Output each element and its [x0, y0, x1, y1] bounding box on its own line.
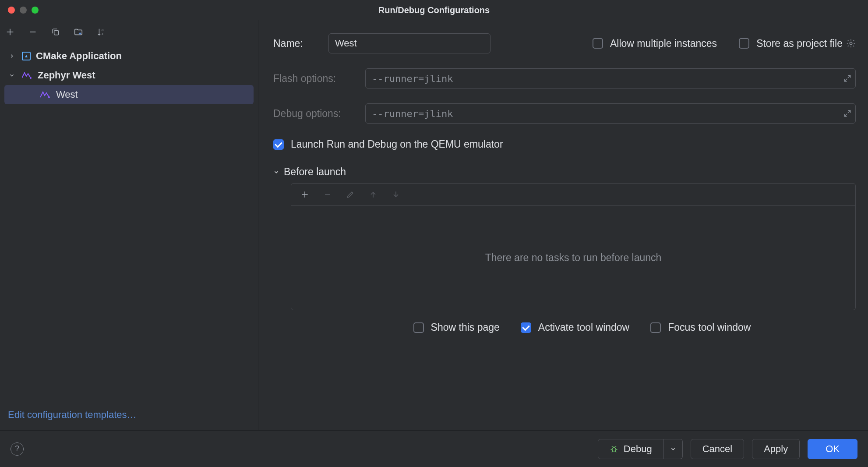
name-input[interactable] [328, 33, 490, 53]
remove-icon[interactable] [27, 26, 39, 38]
help-icon[interactable]: ? [11, 442, 24, 456]
window-maximize-button[interactable] [32, 7, 39, 14]
flash-options-label: Flash options: [273, 73, 365, 85]
svg-rect-0 [54, 31, 59, 35]
activate-tool-checkbox[interactable]: Activate tool window [521, 322, 629, 333]
folder-icon[interactable] [73, 26, 84, 38]
sidebar: az CMake Application [0, 20, 258, 430]
tree-node-zephyr[interactable]: Zephyr West [0, 66, 258, 85]
expand-icon[interactable] [843, 110, 851, 117]
tree-label: West [56, 89, 78, 100]
svg-text:a: a [102, 28, 104, 32]
expand-icon[interactable] [843, 74, 851, 82]
window-title: Run/Debug Configurations [0, 5, 868, 15]
cancel-button[interactable]: Cancel [691, 439, 744, 459]
debug-options-label: Debug options: [273, 108, 365, 120]
debug-options-input[interactable] [365, 103, 856, 124]
chevron-down-icon [273, 166, 279, 178]
bug-icon [610, 445, 618, 453]
tree-node-west[interactable]: West [4, 85, 254, 104]
chevron-right-icon [9, 53, 17, 59]
svg-text:z: z [102, 32, 103, 36]
svg-point-6 [612, 447, 616, 451]
checkbox-label: Allow multiple instances [610, 38, 717, 50]
titlebar: Run/Debug Configurations [0, 0, 868, 20]
config-tree: CMake Application Zephyr West [0, 44, 258, 400]
checkbox-icon [521, 322, 531, 333]
checkbox-icon [273, 139, 284, 150]
checkbox-label: Launch Run and Debug on the QEMU emulato… [291, 138, 503, 150]
sort-icon[interactable]: az [95, 26, 107, 38]
debug-button-group: Debug [598, 439, 683, 459]
gear-icon[interactable] [846, 39, 856, 48]
sidebar-toolbar: az [0, 20, 258, 44]
ok-button[interactable]: OK [808, 439, 857, 459]
name-label: Name: [273, 38, 328, 50]
before-launch-empty: There are no tasks to run before launch [291, 206, 855, 310]
tree-label: Zephyr West [38, 70, 95, 81]
chevron-down-icon [9, 72, 17, 78]
focus-tool-checkbox[interactable]: Focus tool window [650, 322, 751, 333]
copy-icon[interactable] [50, 26, 61, 38]
checkbox-label: Show this page [431, 322, 500, 333]
before-launch-header[interactable]: Before launch [273, 166, 856, 178]
svg-point-4 [48, 96, 50, 98]
tree-node-cmake[interactable]: CMake Application [0, 46, 258, 66]
remove-icon [322, 189, 333, 200]
svg-point-5 [850, 42, 852, 45]
cmake-icon [22, 52, 31, 60]
add-icon[interactable] [299, 189, 311, 200]
store-project-checkbox[interactable]: Store as project file [739, 38, 843, 50]
qemu-checkbox[interactable]: Launch Run and Debug on the QEMU emulato… [273, 138, 503, 150]
add-icon[interactable] [4, 26, 16, 38]
button-label: Debug [624, 443, 652, 455]
section-title: Before launch [284, 166, 346, 178]
checkbox-label: Activate tool window [538, 322, 629, 333]
debug-button[interactable]: Debug [598, 439, 664, 459]
apply-button[interactable]: Apply [752, 439, 800, 459]
before-launch-box: There are no tasks to run before launch [291, 183, 856, 310]
debug-dropdown-button[interactable] [664, 439, 683, 459]
checkbox-icon [593, 38, 603, 49]
checkbox-icon [650, 322, 661, 333]
main-panel: Name: Allow multiple instances Store as … [258, 20, 868, 430]
allow-multiple-checkbox[interactable]: Allow multiple instances [593, 38, 717, 50]
zephyr-icon [40, 91, 51, 98]
edit-icon [345, 189, 356, 200]
checkbox-label: Store as project file [756, 38, 843, 50]
flash-options-input[interactable] [365, 68, 856, 88]
checkbox-label: Focus tool window [668, 322, 751, 333]
checkbox-icon [413, 322, 424, 333]
window-minimize-button[interactable] [20, 7, 27, 14]
tree-label: CMake Application [36, 50, 122, 62]
show-page-checkbox[interactable]: Show this page [413, 322, 500, 333]
down-icon [390, 189, 402, 200]
edit-templates-link[interactable]: Edit configuration templates… [8, 409, 137, 420]
zephyr-icon [22, 72, 32, 79]
svg-point-3 [30, 77, 32, 79]
dialog-footer: ? Debug Cancel Apply OK [0, 430, 868, 467]
checkbox-icon [739, 38, 749, 49]
up-icon [367, 189, 379, 200]
window-close-button[interactable] [8, 7, 15, 14]
